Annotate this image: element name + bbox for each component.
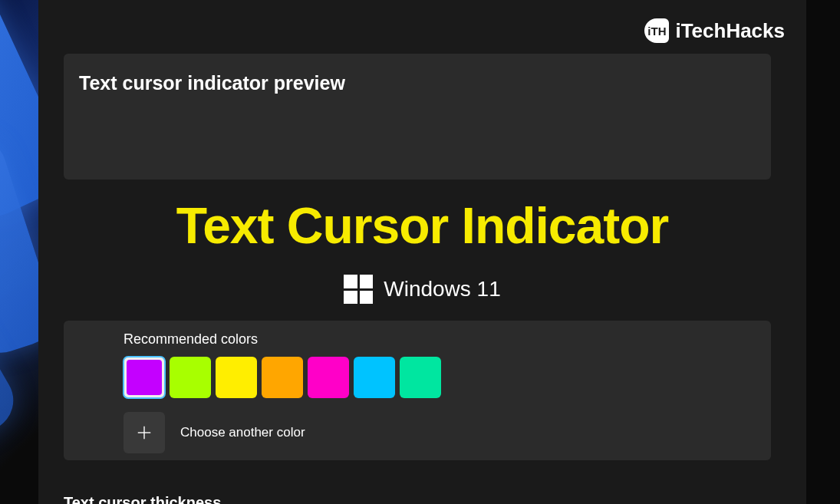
color-swatch-4[interactable] — [308, 357, 349, 398]
plus-icon — [136, 424, 153, 441]
color-swatch-5[interactable] — [354, 357, 395, 398]
color-swatch-6[interactable] — [400, 357, 441, 398]
watermark: iTH iTechHacks — [644, 18, 785, 43]
preview-card: Text cursor indicator preview — [64, 54, 771, 180]
color-swatch-1[interactable] — [170, 357, 211, 398]
settings-panel: iTH iTechHacks Text cursor indicator pre… — [38, 0, 806, 504]
windows-brand-text: Windows 11 — [384, 277, 501, 301]
text-cursor-thickness-label: Text cursor thickness — [64, 494, 221, 504]
color-swatch-row — [124, 357, 711, 398]
windows-brand: Windows 11 — [38, 275, 806, 304]
choose-another-color-label: Choose another color — [180, 425, 305, 440]
recommended-colors-label: Recommended colors — [124, 331, 711, 348]
choose-another-color-button[interactable] — [124, 412, 165, 453]
color-swatch-0[interactable] — [124, 357, 165, 398]
hero-title: Text Cursor Indicator — [38, 196, 806, 255]
itechhacks-icon: iTH — [644, 18, 669, 43]
recommended-colors-card: Recommended colors Choose another color — [64, 321, 771, 460]
choose-another-row: Choose another color — [124, 412, 711, 453]
color-swatch-3[interactable] — [262, 357, 303, 398]
watermark-text: iTechHacks — [675, 19, 785, 43]
preview-title: Text cursor indicator preview — [79, 72, 756, 94]
color-swatch-2[interactable] — [216, 357, 257, 398]
windows-logo-icon — [344, 275, 373, 304]
